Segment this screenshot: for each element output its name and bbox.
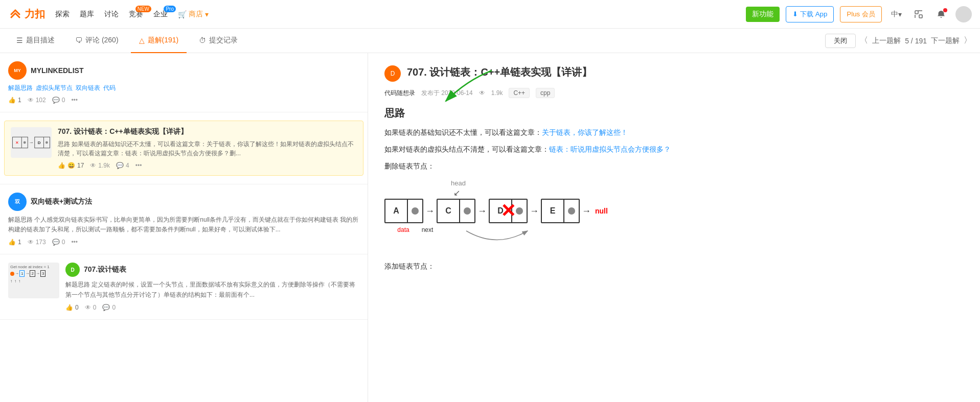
logo[interactable]: 力扣 — [8, 7, 45, 21]
article-header: D 707. 设计链表：C++单链表实现【详讲】 — [384, 65, 964, 82]
avatar: 双 — [8, 193, 27, 211]
like-icon: 👍 — [58, 162, 65, 169]
username[interactable]: 707.设计链表 — [84, 265, 126, 274]
view-count: 👁 102 — [28, 97, 46, 104]
node-D-next — [512, 200, 527, 222]
nav-problems[interactable]: 题库 — [80, 10, 94, 19]
delete-node-title: 删除链表节点： — [384, 162, 964, 171]
user-avatar[interactable] — [955, 6, 972, 22]
new-badge: NEW — [135, 6, 151, 12]
tag-item[interactable]: 双向链表 — [76, 84, 100, 92]
tag-item[interactable]: 代码 — [103, 84, 116, 92]
store-dropdown-icon: ▾ — [205, 10, 209, 18]
like-count: 0 — [75, 304, 79, 311]
language-selector[interactable]: 中 ▾ — [888, 6, 904, 22]
close-button[interactable]: 关闭 — [825, 34, 856, 48]
comments-tab-icon: 🗨 — [75, 36, 82, 44]
new-feature-button[interactable]: 新功能 — [746, 7, 780, 22]
solution-tags: 解题思路 虚拟头尾节点 双向链表 代码 — [8, 84, 359, 92]
tag-item[interactable]: 解题思路 — [8, 84, 33, 92]
like-count: 17 — [77, 162, 84, 169]
like-icon: 👍 — [65, 304, 73, 311]
submissions-tab-label: 提交记录 — [209, 36, 238, 45]
nav-right-area: 新功能 ⬇ 下载 App Plus 会员 中 ▾ — [746, 6, 972, 22]
nav-contest[interactable]: 竞赛 NEW — [129, 10, 143, 19]
like-button[interactable]: 👍 😄 17 — [58, 162, 84, 169]
solution-card-footer: 👍 😄 17 👁 1.9k 💬 4 ••• — [58, 162, 357, 169]
nav-enterprise[interactable]: 企业 Pro — [153, 10, 168, 19]
like-count: 1 — [18, 97, 21, 104]
view-icon: 👁 — [479, 89, 485, 97]
more-options-button[interactable]: ••• — [71, 97, 78, 104]
view-number: 102 — [36, 97, 46, 104]
comment-number: 0 — [112, 304, 116, 311]
meta-author[interactable]: 代码随想录 — [384, 89, 415, 98]
view-count: 👁 173 — [28, 239, 46, 246]
arrow-C-D: → — [475, 206, 489, 217]
avatar: D — [65, 263, 80, 277]
next-solution-button[interactable]: 〉 — [964, 35, 972, 46]
tab-solutions[interactable]: △ 题解(191) — [131, 29, 187, 53]
like-button[interactable]: 👍 1 — [8, 239, 21, 246]
solution-thumbnail: ✕ → D — [11, 127, 52, 158]
fullscreen-button[interactable] — [910, 6, 927, 22]
like-icon: 👍 — [8, 97, 16, 104]
section-title-thoughts: 思路 — [384, 106, 964, 120]
left-panel: MY MYLINKEDLIST 解题思路 虚拟头尾节点 双向链表 代码 👍 1 … — [0, 53, 368, 402]
svg-rect-0 — [915, 11, 918, 14]
link-basic-knowledge[interactable]: 关于链表，你该了解这些！ — [542, 128, 628, 136]
svg-rect-1 — [919, 15, 922, 18]
next-solution-label[interactable]: 下一题解 — [931, 36, 960, 45]
arrow-A-C: → — [423, 206, 437, 217]
prev-solution-button[interactable]: 〈 — [860, 35, 868, 46]
solution-item-highlighted: ✕ → D 707. 设计链表：C++单链表实现【详讲】 — [0, 112, 368, 184]
linked-list-diagram: head ↙ A → C → D — [384, 179, 964, 254]
comment-icon: 💬 — [116, 162, 124, 169]
notification-dot — [943, 8, 947, 12]
username[interactable]: 双向链表+测试方法 — [31, 197, 92, 206]
download-app-button[interactable]: ⬇ 下载 App — [786, 6, 834, 22]
tab-submissions[interactable]: ⏱ 提交记录 — [191, 29, 246, 53]
username[interactable]: MYLINKEDLIST — [31, 66, 83, 75]
like-count: 1 — [18, 239, 21, 246]
comment-count: 💬 0 — [52, 97, 65, 104]
arrow-D-E: → — [528, 206, 541, 217]
prev-solution-label[interactable]: 上一题解 — [872, 36, 901, 45]
description-tab-icon: ☰ — [16, 36, 23, 44]
arrow-E-null: → — [580, 206, 593, 217]
download-label: 下载 App — [800, 10, 827, 19]
logo-text: 力扣 — [25, 7, 45, 21]
page-info: 5 / 191 — [905, 37, 927, 45]
node-C: C — [437, 199, 475, 223]
comment-icon: 💬 — [52, 97, 60, 104]
tab-comments[interactable]: 🗨 评论 (260) — [67, 29, 127, 53]
like-icon: 👍 — [8, 239, 16, 246]
nav-store[interactable]: 🛒 商店 ▾ — [178, 10, 209, 19]
meta-tag-cpp2[interactable]: cpp — [536, 88, 555, 98]
solutions-tab-icon: △ — [139, 36, 145, 44]
node-A-next — [408, 200, 422, 222]
node-C-next — [460, 200, 474, 222]
more-options-button[interactable]: ••• — [71, 239, 78, 246]
comment-count: 💬 4 — [116, 162, 129, 169]
tag-item[interactable]: 虚拟头尾节点 — [36, 84, 73, 92]
tab-description[interactable]: ☰ 题目描述 — [8, 29, 63, 53]
link-dummy-head[interactable]: 链表：听说用虚拟头节点会方便很多？ — [549, 145, 671, 153]
like-button[interactable]: 👍 1 — [8, 97, 21, 104]
plus-member-button[interactable]: Plus 会员 — [840, 6, 882, 22]
head-label: head — [451, 179, 964, 187]
like-button[interactable]: 👍 0 — [65, 304, 79, 311]
bypass-arrow-container — [384, 233, 964, 254]
meta-tag-cpp[interactable]: C++ — [509, 88, 530, 98]
view-icon: 👁 — [28, 97, 34, 104]
nav-explore[interactable]: 探索 — [55, 10, 70, 19]
nav-discuss[interactable]: 讨论 — [104, 10, 119, 19]
avatar: MY — [8, 61, 27, 80]
solution-card[interactable]: ✕ → D 707. 设计链表：C++单链表实现【详讲】 — [4, 121, 363, 176]
store-icon: 🛒 — [178, 10, 187, 18]
more-options-button[interactable]: ••• — [135, 162, 142, 169]
view-icon: 👁 — [85, 304, 91, 311]
notification-button[interactable] — [933, 6, 949, 22]
top-navigation: 力扣 探索 题库 讨论 竞赛 NEW 企业 Pro 🛒 商店 ▾ 新功能 ⬇ 下… — [0, 0, 980, 29]
solution-footer: 👍 0 👁 0 💬 0 — [65, 304, 359, 311]
